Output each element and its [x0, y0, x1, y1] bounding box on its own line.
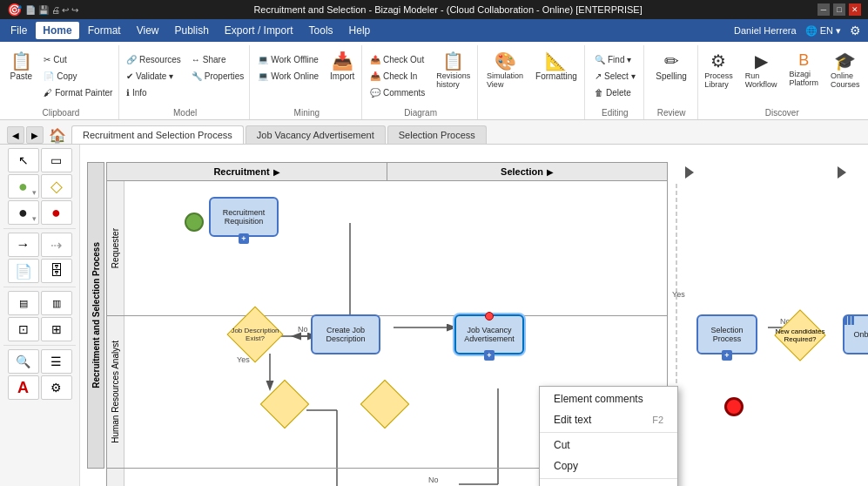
- copy-button[interactable]: 📄Copy: [39, 69, 117, 84]
- revisions-icon: 📋: [442, 52, 464, 70]
- language-selector[interactable]: 🌐 EN ▾: [805, 25, 841, 37]
- select-button[interactable]: ↗Select ▾: [590, 69, 640, 84]
- tool-message-flow[interactable]: ⇢: [41, 233, 72, 257]
- discover-label: Discover: [765, 108, 799, 119]
- ctx-cut[interactable]: Cut: [540, 435, 677, 456]
- tool-pool[interactable]: ▤: [8, 291, 39, 315]
- selection-process-shape[interactable]: SelectionProcess: [696, 314, 757, 354]
- cut-button[interactable]: ✂Cut: [39, 52, 117, 67]
- tool-swimlane[interactable]: ▥: [41, 291, 72, 315]
- share-button[interactable]: ↔Share: [187, 52, 249, 67]
- validate-button[interactable]: ✔Validate ▾: [122, 69, 185, 84]
- spelling-button[interactable]: ✏ Spelling: [650, 49, 692, 84]
- checkin-button[interactable]: 📥Check In: [366, 69, 429, 84]
- tool-sequence[interactable]: →: [8, 233, 39, 257]
- ribbon-group-model: 🔗Resources ✔Validate ▾ ℹInfo ↔Share 🔧Pro…: [121, 45, 250, 119]
- create-job-desc-shape[interactable]: Create JobDescription: [311, 314, 380, 354]
- resources-button[interactable]: 🔗Resources: [122, 52, 185, 67]
- tab-selection-process[interactable]: Selection Process: [387, 125, 487, 144]
- pool-recruitment: Recruitment ▶: [106, 162, 387, 181]
- window-controls[interactable]: ─ □ ✕: [818, 3, 861, 16]
- ribbon-group-editing: 🔍Find ▾ ↗Select ▾ 🗑Delete Editing: [587, 45, 644, 119]
- start-event[interactable]: [185, 213, 204, 232]
- tool-end-red[interactable]: ●: [41, 200, 72, 225]
- canvas-area[interactable]: No Yes Yes No No: [80, 145, 868, 486]
- onboarding-label: Onboarding: [853, 330, 868, 339]
- close-button[interactable]: ✕: [849, 3, 861, 16]
- menu-format[interactable]: Format: [81, 22, 128, 39]
- run-workflow-button[interactable]: ▶ RunWorkflow: [740, 49, 783, 92]
- ctx-copy[interactable]: Copy: [540, 456, 677, 476]
- main-area: ↖ ▭ ● ▾ ◇ ● ▾ ● → ⇢ 📄 🗄 ▤: [0, 145, 868, 486]
- minimize-button[interactable]: ─: [818, 3, 830, 16]
- spelling-label: Spelling: [656, 71, 687, 81]
- selection-process-label: SelectionProcess: [710, 326, 743, 343]
- find-button[interactable]: 🔍Find ▾: [590, 52, 640, 67]
- checkout-button[interactable]: 📤Check Out: [366, 52, 429, 67]
- tab-job-vacancy[interactable]: Job Vacancy Advertisement: [246, 125, 386, 144]
- tool-rectangle[interactable]: ▭: [41, 148, 72, 172]
- tab-nav-next[interactable]: ▶: [26, 126, 44, 144]
- format-painter-button[interactable]: 🖌Format Painter: [39, 85, 117, 100]
- revisions-button[interactable]: 📋 Revisionshistory: [431, 49, 475, 92]
- menu-export[interactable]: Export / Import: [218, 22, 300, 39]
- tool-group[interactable]: ☰: [41, 349, 72, 374]
- formatting-button[interactable]: 📐 Formatting: [530, 49, 582, 84]
- ctx-sep-1: [540, 432, 677, 433]
- tool-subprocess[interactable]: ⊡: [8, 317, 39, 341]
- tool-data-object[interactable]: 📄: [8, 259, 39, 283]
- paste-button[interactable]: 📋 Paste: [5, 49, 38, 84]
- new-candidates-diamond[interactable]: [774, 309, 825, 361]
- tool-annotation[interactable]: 🔍: [8, 349, 39, 374]
- toolbar-sep-1: [3, 228, 76, 229]
- recruitment-requisition-shape[interactable]: RecruitmentRequisition: [209, 197, 279, 237]
- process-library-button[interactable]: ⚙ ProcessLibrary: [699, 49, 738, 92]
- simulation-button[interactable]: 🎨 SimulationView: [481, 49, 528, 92]
- tool-circle-start[interactable]: ● ▾: [8, 174, 39, 199]
- tab-recruitment-selection[interactable]: Recruitment and Selection Process: [71, 125, 244, 144]
- menu-bar: File Home Format View Publish Export / I…: [0, 19, 868, 42]
- process-library-icon: ⚙: [710, 52, 726, 70]
- tool-text[interactable]: A: [8, 375, 39, 400]
- pool-recruitment-arrow: ▶: [273, 167, 280, 177]
- menu-file[interactable]: File: [3, 22, 34, 39]
- ctx-element-comments-label: Element comments: [554, 393, 643, 405]
- end-event-selection[interactable]: [724, 397, 744, 416]
- menu-publish[interactable]: Publish: [168, 22, 216, 39]
- comments-button[interactable]: 💬Comments: [366, 85, 429, 100]
- home-icon[interactable]: 🏠: [45, 127, 70, 144]
- import-icon: 📥: [332, 52, 353, 70]
- tool-event-subprocess[interactable]: ⊞: [41, 317, 72, 341]
- work-offline-button[interactable]: 💻Work Offline: [253, 52, 323, 67]
- process-pool-label: Recruitment and Selection Process: [87, 162, 104, 469]
- pool-selection-arrow: ▶: [547, 167, 554, 177]
- tool-data-store[interactable]: 🗄: [41, 259, 72, 283]
- model-label: Model: [173, 108, 197, 119]
- tool-circle-end[interactable]: ● ▾: [8, 200, 39, 225]
- properties-ribbon-button[interactable]: 🔧Properties: [187, 69, 249, 84]
- menu-view[interactable]: View: [130, 22, 166, 39]
- tab-nav-prev[interactable]: ◀: [7, 126, 24, 144]
- ctx-reset-text[interactable]: Reset text position: [540, 481, 677, 486]
- delete-button[interactable]: 🗑Delete: [590, 85, 640, 100]
- bizagi-platform-button[interactable]: B BizagiPlatform: [784, 49, 824, 91]
- info-button[interactable]: ℹInfo: [122, 85, 185, 100]
- selection-right-arrow: [838, 166, 846, 179]
- menu-home[interactable]: Home: [36, 22, 78, 39]
- ctx-element-comments[interactable]: Element comments: [540, 388, 677, 409]
- tool-cursor[interactable]: ↖: [8, 148, 39, 172]
- tool-settings[interactable]: ⚙: [41, 375, 72, 400]
- ctx-edit-text[interactable]: Edit text F2: [540, 409, 677, 430]
- tool-diamond[interactable]: ◇: [41, 174, 72, 199]
- lane-hra-label: Human Resources Analyst: [107, 316, 124, 468]
- settings-icon[interactable]: ⚙: [850, 24, 861, 37]
- simulation-label: SimulationView: [487, 71, 523, 89]
- pool-right-arrow: [685, 166, 694, 179]
- work-online-button[interactable]: 💻Work Online: [253, 69, 323, 84]
- import-button[interactable]: 📥 Import: [325, 49, 360, 84]
- maximize-button[interactable]: □: [833, 3, 845, 16]
- online-courses-button[interactable]: 🎓 OnlineCourses: [825, 49, 865, 92]
- menu-help[interactable]: Help: [342, 22, 378, 39]
- app-icons: 📄 💾 🖨 ↩ ↪: [25, 5, 78, 15]
- menu-tools[interactable]: Tools: [302, 22, 340, 39]
